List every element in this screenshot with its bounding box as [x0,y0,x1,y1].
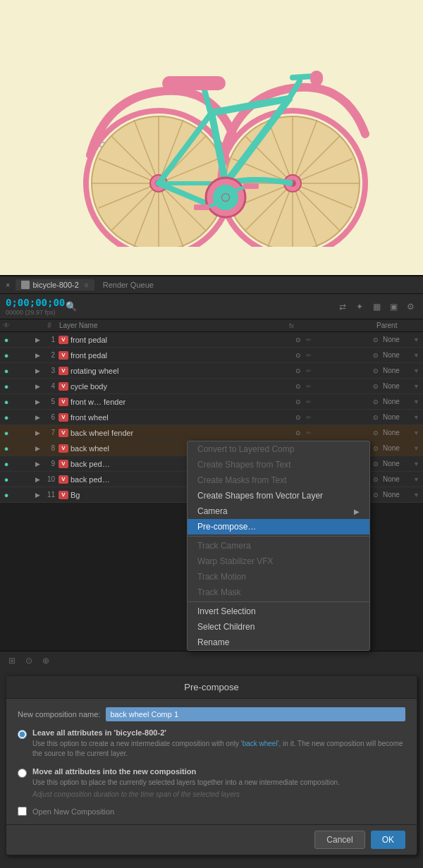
option1-radio[interactable] [18,730,27,739]
layer-shy[interactable]: ⊙ [293,350,304,360]
composition-name-input[interactable] [106,707,405,721]
layer-edit[interactable]: ✏ [304,412,314,422]
settings-icon[interactable]: ⚙ [403,300,417,314]
audio-toggle[interactable] [13,394,23,410]
parent-link-icon[interactable]: ⊙ [370,334,381,346]
audio-toggle[interactable] [13,425,23,441]
layer-edit[interactable]: ✏ [304,381,314,391]
parent-arrow[interactable]: ▼ [413,383,423,390]
switch-3[interactable] [332,429,341,437]
layer-edit[interactable]: ✏ [304,397,314,407]
switch-2[interactable] [323,382,331,391]
audio-toggle[interactable] [13,332,23,348]
expand-toggle[interactable]: ▶ [32,363,42,379]
layer-row[interactable]: ● ▶ 7 V back wheel fender ⊙ ✏ ⊙ None ▼ [0,425,423,441]
switch-3[interactable] [332,351,341,360]
expand-toggle[interactable]: ▶ [32,487,42,503]
switch-1[interactable] [314,429,322,437]
parent-arrow[interactable]: ▼ [413,460,423,467]
close-icon[interactable]: × [6,281,10,289]
view-icon[interactable]: ▣ [386,300,400,314]
menu-item-rename[interactable]: Rename [188,635,369,650]
layer-row[interactable]: ● ▶ 3 V rotating wheel ⊙ ✏ ⊙ None ▼ [0,363,423,379]
audio-toggle[interactable] [13,456,23,472]
vis-toggle[interactable]: ● [0,425,13,441]
flow-icon[interactable]: ⊕ [39,654,52,667]
expand-toggle[interactable]: ▶ [32,332,42,348]
menu-item-warp[interactable]: Warp Stabilizer VFX [188,554,369,569]
switch-1[interactable] [314,382,322,391]
parent-link-icon[interactable]: ⊙ [370,381,381,392]
layer-row[interactable]: ● ▶ 4 V cycle body ⊙ ✏ ⊙ None ▼ [0,379,423,394]
vis-toggle[interactable]: ● [0,456,13,472]
menu-item-select-children[interactable]: Select Children [188,619,369,635]
expand-toggle[interactable]: ▶ [32,456,42,472]
option2-radio[interactable] [18,769,27,778]
lock-toggle[interactable] [23,410,32,425]
parent-arrow[interactable]: ▼ [413,336,423,343]
layer-shy[interactable]: ⊙ [293,428,304,438]
switch-2[interactable] [323,398,331,406]
menu-item-track-camera[interactable]: Track Camera [188,538,369,554]
audio-toggle[interactable] [13,348,23,363]
expand-toggle[interactable]: ▶ [32,348,42,363]
parent-link-icon[interactable]: ⊙ [370,427,381,439]
layer-edit[interactable]: ✏ [304,366,314,376]
layer-edit[interactable]: ✏ [304,428,314,438]
vis-toggle[interactable]: ● [0,394,13,410]
layer-shy[interactable]: ⊙ [293,412,304,422]
expand-toggle[interactable]: ▶ [32,394,42,410]
layer-row[interactable]: ● ▶ 5 V front w… fender ⊙ ✏ ⊙ None ▼ [0,394,423,410]
switch-2[interactable] [323,351,331,360]
search-button[interactable]: 🔍 [65,300,78,313]
parent-link-icon[interactable]: ⊙ [370,412,381,423]
vis-toggle[interactable]: ● [0,472,13,487]
expand-toggle[interactable]: ▶ [32,410,42,425]
layer-row[interactable]: ● ▶ 1 V front pedal ⊙ ✏ ⊙ None ▼ [0,332,423,348]
open-new-checkbox[interactable] [18,807,27,816]
switch-2[interactable] [323,429,331,437]
layer-edit[interactable]: ✏ [304,335,314,345]
audio-toggle[interactable] [13,363,23,379]
lock-toggle[interactable] [23,487,32,503]
menu-item-camera[interactable]: Camera ▶ [188,503,369,519]
switch-2[interactable] [323,336,331,344]
menu-item-precompose[interactable]: Pre-compose… [188,519,369,534]
layer-shy[interactable]: ⊙ [293,381,304,391]
lock-toggle[interactable] [23,441,32,456]
parent-link-icon[interactable]: ⊙ [370,443,381,454]
audio-toggle[interactable] [13,410,23,425]
audio-toggle[interactable] [13,441,23,456]
menu-item-track-mask[interactable]: Track Mask [188,585,369,600]
parent-arrow[interactable]: ▼ [413,445,423,452]
expand-toggle[interactable]: ▶ [32,379,42,394]
menu-item-convert[interactable]: Convert to Layered Comp [188,441,369,457]
parent-arrow[interactable]: ▼ [413,367,423,374]
parent-link-icon[interactable]: ⊙ [370,350,381,361]
layer-row[interactable]: ● ▶ 6 V front wheel ⊙ ✏ ⊙ None ▼ [0,410,423,425]
lock-toggle[interactable] [23,425,32,441]
parent-arrow[interactable]: ▼ [413,398,423,405]
parent-arrow[interactable]: ▼ [413,491,423,499]
switch-3[interactable] [332,398,341,406]
layer-shy[interactable]: ⊙ [293,366,304,376]
switch-2[interactable] [323,367,331,375]
audio-toggle[interactable] [13,472,23,487]
switch-1[interactable] [314,351,322,360]
layer-shy[interactable]: ⊙ [293,397,304,407]
menu-item-invert[interactable]: Invert Selection [188,604,369,619]
switch-3[interactable] [332,413,341,422]
render-queue-tab[interactable]: Render Queue [103,281,154,289]
menu-item-masks-text[interactable]: Create Masks from Text [188,472,369,488]
menu-item-track-motion[interactable]: Track Motion [188,569,369,585]
audio-toggle[interactable] [13,487,23,503]
switch-1[interactable] [314,336,322,344]
parent-arrow[interactable]: ▼ [413,476,423,483]
vis-toggle[interactable]: ● [0,332,13,348]
grid-icon[interactable]: ▦ [369,300,384,314]
switch-2[interactable] [323,413,331,422]
compose-icon[interactable]: ⊞ [6,654,18,667]
lock-toggle[interactable] [23,332,32,348]
vis-toggle[interactable]: ● [0,487,13,503]
vis-toggle[interactable]: ● [0,363,13,379]
